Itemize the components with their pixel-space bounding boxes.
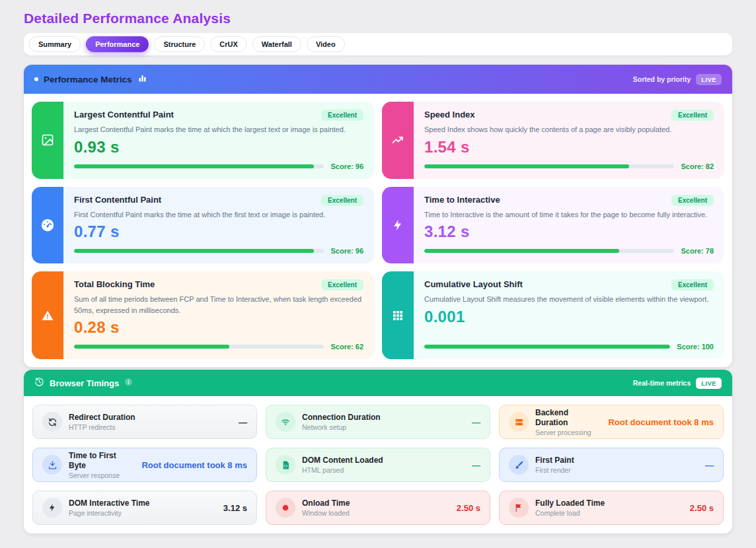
- timing-value: 3.12 s: [223, 503, 247, 513]
- score-bar-fill: [74, 345, 229, 349]
- browser-timings-panel: Browser Timings Real-time metrics LIVE R…: [24, 370, 732, 533]
- info-icon[interactable]: [124, 377, 133, 389]
- score-label: Score: 62: [330, 343, 363, 351]
- status-badge: Excellent: [321, 110, 363, 121]
- timing-title: Time to First Byte: [69, 451, 135, 471]
- timing-subtitle: Network setup: [302, 423, 381, 431]
- grid-icon: [382, 271, 414, 359]
- timing-title: First Paint: [535, 456, 574, 465]
- image-icon: [32, 102, 63, 179]
- lightning-icon: [42, 498, 62, 518]
- bar-chart-icon: [137, 73, 147, 86]
- warning-icon: [32, 271, 63, 359]
- timing-card-onload-time: Onload Time Window loaded 2.50 s: [266, 491, 490, 525]
- score-bar: [74, 249, 324, 253]
- server-icon: [509, 412, 529, 432]
- metric-title: Cumulative Layout Shift: [424, 279, 523, 289]
- tab-structure[interactable]: Structure: [154, 36, 205, 52]
- timing-subtitle: First render: [535, 466, 574, 474]
- score-label: Score: 96: [330, 162, 363, 170]
- metric-description: Largest Contentful Paint marks the time …: [74, 124, 363, 135]
- score-bar-fill: [74, 249, 314, 253]
- score-bar: [424, 249, 674, 253]
- score-label: Score: 78: [681, 247, 714, 255]
- timing-title: DOM Content Loaded: [302, 456, 383, 465]
- performance-metrics-header: Performance Metrics Sorted by priority L…: [24, 65, 732, 94]
- download-icon: [42, 455, 62, 475]
- metric-value: 3.12 s: [424, 223, 714, 241]
- record-icon: [276, 498, 295, 518]
- realtime-metrics-label: Real-time metrics: [633, 379, 691, 387]
- metric-title: Total Blocking Time: [74, 279, 155, 289]
- timing-title: Backend Duration: [535, 408, 601, 428]
- history-clock-icon: [34, 377, 44, 390]
- timing-title: Fully Loaded Time: [535, 498, 605, 508]
- tab-summary[interactable]: Summary: [29, 36, 81, 52]
- timing-title: Onload Time: [302, 498, 350, 508]
- status-badge: Excellent: [671, 279, 714, 291]
- status-badge: Excellent: [671, 195, 714, 206]
- tab-video[interactable]: Video: [307, 36, 345, 52]
- tab-bar: Summary Performance Structure CrUX Water…: [24, 33, 732, 55]
- metric-card-largest-contentful-paint: Largest Contentful Paint Excellent Large…: [32, 102, 374, 179]
- lightning-icon: [382, 187, 414, 264]
- status-badge: Excellent: [671, 110, 714, 121]
- sorted-by-label: Sorted by priority: [633, 75, 691, 83]
- timing-value: —: [472, 417, 480, 427]
- metric-value: 1.54 s: [424, 138, 714, 156]
- score-bar-fill: [424, 164, 629, 168]
- metric-card-speed-index: Speed Index Excellent Speed Index shows …: [382, 102, 724, 179]
- flag-icon: [509, 498, 529, 518]
- metric-title: Time to Interactive: [424, 195, 500, 205]
- paintbrush-icon: [509, 455, 529, 475]
- timing-title: Redirect Duration: [69, 413, 135, 423]
- score-bar: [74, 345, 324, 349]
- metric-card-total-blocking-time: Total Blocking Time Excellent Sum of all…: [32, 271, 374, 359]
- score-bar-fill: [74, 164, 314, 168]
- timing-subtitle: HTML parsed: [302, 466, 383, 474]
- performance-metrics-panel: Performance Metrics Sorted by priority L…: [24, 65, 732, 367]
- bullet-dot-icon: [34, 77, 38, 81]
- page-title: Detailed Performance Analysis: [24, 11, 231, 26]
- gauge-icon: [32, 187, 63, 264]
- timing-card-dom-content-loaded: DOM Content Loaded HTML parsed —: [266, 448, 490, 482]
- timing-value: Root document took 8 ms: [608, 417, 714, 427]
- timing-card-dom-interactive-time: DOM Interactive Time Page interactivity …: [32, 491, 257, 525]
- score-label: Score: 96: [330, 247, 363, 255]
- timing-subtitle: HTTP redirects: [69, 423, 135, 431]
- timing-card-fully-loaded-time: Fully Loaded Time Complete load 2.50 s: [499, 491, 724, 525]
- browser-timings-header: Browser Timings Real-time metrics LIVE: [24, 370, 732, 396]
- timing-subtitle: Server response: [69, 471, 135, 479]
- timing-value: —: [472, 460, 480, 470]
- status-badge: Excellent: [321, 195, 363, 206]
- metric-card-cumulative-layout-shift: Cumulative Layout Shift Excellent Cumula…: [382, 271, 724, 359]
- metric-value: 0.77 s: [74, 223, 363, 241]
- refresh-icon: [42, 412, 62, 432]
- metric-title: First Contentful Paint: [74, 195, 161, 205]
- live-badge: LIVE: [696, 378, 722, 389]
- metric-grid: Largest Contentful Paint Excellent Large…: [24, 94, 732, 367]
- status-badge: Excellent: [321, 279, 363, 291]
- tab-crux[interactable]: CrUX: [210, 36, 247, 52]
- metric-value: 0.28 s: [74, 318, 363, 337]
- timing-value: —: [239, 417, 247, 427]
- score-bar: [424, 345, 670, 349]
- timing-subtitle: Server processing: [535, 428, 601, 436]
- timing-value: —: [705, 460, 714, 470]
- timing-subtitle: Window loaded: [302, 509, 350, 517]
- metric-card-time-to-interactive: Time to Interactive Excellent Time to In…: [382, 187, 724, 264]
- timing-card-time-to-first-byte: Time to First Byte Server response Root …: [32, 448, 257, 482]
- timing-value: Root document took 8 ms: [141, 460, 247, 470]
- score-bar-fill: [424, 345, 670, 349]
- timing-card-backend-duration: Backend Duration Server processing Root …: [499, 405, 724, 439]
- metric-card-first-contentful-paint: First Contentful Paint Excellent First C…: [32, 187, 374, 264]
- tab-waterfall[interactable]: Waterfall: [252, 36, 301, 52]
- metric-description: First Contentful Paint marks the time at…: [74, 209, 363, 221]
- timing-value: 2.50 s: [457, 503, 480, 513]
- live-badge: LIVE: [696, 74, 722, 85]
- score-label: Score: 82: [681, 162, 714, 170]
- score-bar-fill: [424, 249, 619, 253]
- tab-performance[interactable]: Performance: [86, 36, 149, 52]
- score-bar: [424, 164, 674, 168]
- timing-subtitle: Complete load: [535, 509, 605, 517]
